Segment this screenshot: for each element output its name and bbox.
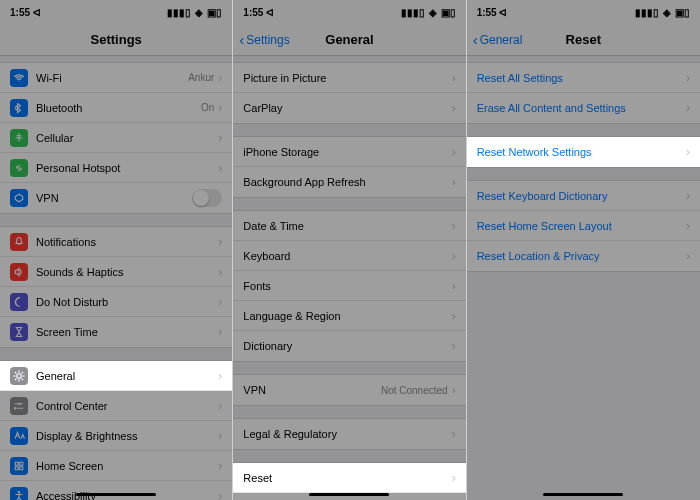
list-item[interactable]: Keyboard› [233, 241, 465, 271]
list-item[interactable]: Cellular› [0, 123, 232, 153]
list-item[interactable]: Reset Location & Privacy› [467, 241, 700, 271]
list-item[interactable]: Legal & Regulatory› [233, 419, 465, 449]
switches-icon [10, 397, 28, 415]
bluetooth-icon [10, 99, 28, 117]
wifi-status-icon: ◈ [195, 7, 203, 18]
wifi-status-icon: ◈ [429, 7, 437, 18]
list-item[interactable]: Personal Hotspot› [0, 153, 232, 183]
settings-group: Reset All Settings›Erase All Content and… [467, 62, 700, 124]
back-label: Settings [246, 33, 289, 47]
wifi-status-icon: ◈ [663, 7, 671, 18]
list-item[interactable]: General› [0, 361, 232, 391]
status-time: 1:55 ᐊ [243, 7, 274, 18]
home-indicator[interactable] [543, 493, 623, 496]
cell-label: Sounds & Haptics [36, 266, 218, 278]
back-button[interactable]: ‹ General [473, 32, 523, 47]
cell-label: Reset Network Settings [477, 146, 686, 158]
list-item[interactable]: Date & Time› [233, 211, 465, 241]
signal-icon: ▮▮▮▯ [635, 7, 659, 18]
antenna-icon [10, 129, 28, 147]
status-bar: 1:55 ᐊ ▮▮▮▯ ◈ ▣▯ [233, 0, 465, 24]
settings-group: VPNNot Connected› [233, 374, 465, 406]
home-indicator[interactable] [309, 493, 389, 496]
chevron-right-icon: › [686, 249, 690, 263]
cell-label: Cellular [36, 132, 218, 144]
list-item[interactable]: Reset Home Screen Layout› [467, 211, 700, 241]
list-item[interactable]: iPhone Storage› [233, 137, 465, 167]
chevron-right-icon: › [218, 71, 222, 85]
cell-label: Fonts [243, 280, 451, 292]
back-button[interactable]: ‹ Settings [239, 32, 289, 47]
nav-bar: ‹ General Reset [467, 24, 700, 56]
settings-group: Reset Keyboard Dictionary›Reset Home Scr… [467, 180, 700, 272]
text-size-icon [10, 427, 28, 445]
list-item[interactable]: Reset Keyboard Dictionary› [467, 181, 700, 211]
cell-label: Reset Home Screen Layout [477, 220, 686, 232]
cell-label: Keyboard [243, 250, 451, 262]
status-bar: 1:55 ᐊ ▮▮▮▯ ◈ ▣▯ [467, 0, 700, 24]
list-item[interactable]: VPNNot Connected› [233, 375, 465, 405]
chevron-right-icon: › [686, 71, 690, 85]
reset-list[interactable]: Reset All Settings›Erase All Content and… [467, 56, 700, 500]
link-icon [10, 159, 28, 177]
list-item[interactable]: Dictionary› [233, 331, 465, 361]
list-item[interactable]: Language & Region› [233, 301, 465, 331]
list-item[interactable]: Screen Time› [0, 317, 232, 347]
three-screen-tutorial: 1:55 ᐊ ▮▮▮▯ ◈ ▣▯ Settings Wi-FiAnkur›Blu… [0, 0, 700, 500]
chevron-right-icon: › [452, 219, 456, 233]
chevron-right-icon: › [452, 175, 456, 189]
accessibility-icon [10, 487, 28, 501]
cell-label: Screen Time [36, 326, 218, 338]
status-icons: ▮▮▮▯ ◈ ▣▯ [167, 7, 222, 18]
chevron-right-icon: › [452, 145, 456, 159]
status-bar: 1:55 ᐊ ▮▮▮▯ ◈ ▣▯ [0, 0, 232, 24]
list-item[interactable]: VPN [0, 183, 232, 213]
chevron-right-icon: › [218, 399, 222, 413]
chevron-right-icon: › [452, 427, 456, 441]
cell-label: VPN [36, 192, 192, 204]
cell-label: Home Screen [36, 460, 218, 472]
chevron-right-icon: › [452, 249, 456, 263]
cell-label: Do Not Disturb [36, 296, 218, 308]
list-item[interactable]: Erase All Content and Settings› [467, 93, 700, 123]
page-title: Reset [566, 32, 601, 47]
cell-label: CarPlay [243, 102, 451, 114]
chevron-right-icon: › [218, 459, 222, 473]
hourglass-icon [10, 323, 28, 341]
list-item[interactable]: Do Not Disturb› [0, 287, 232, 317]
chevron-right-icon: › [218, 235, 222, 249]
home-indicator[interactable] [76, 493, 156, 496]
toggle-switch[interactable] [192, 189, 222, 207]
settings-group: Legal & Regulatory› [233, 418, 465, 450]
speaker-icon [10, 263, 28, 281]
chevron-right-icon: › [452, 71, 456, 85]
list-item[interactable]: Reset› [233, 463, 465, 493]
list-item[interactable]: Background App Refresh› [233, 167, 465, 197]
list-item[interactable]: Reset All Settings› [467, 63, 700, 93]
list-item[interactable]: Home Screen› [0, 451, 232, 481]
list-item[interactable]: Wi-FiAnkur› [0, 63, 232, 93]
settings-group: Date & Time›Keyboard›Fonts›Language & Re… [233, 210, 465, 362]
status-icons: ▮▮▮▯ ◈ ▣▯ [401, 7, 456, 18]
list-item[interactable]: Display & Brightness› [0, 421, 232, 451]
cell-value: On [201, 102, 214, 113]
list-item[interactable]: BluetoothOn› [0, 93, 232, 123]
list-item[interactable]: CarPlay› [233, 93, 465, 123]
list-item[interactable]: Fonts› [233, 271, 465, 301]
chevron-right-icon: › [686, 219, 690, 233]
page-title: Settings [91, 32, 142, 47]
chevron-right-icon: › [218, 131, 222, 145]
cell-label: Notifications [36, 236, 218, 248]
list-item[interactable]: Reset Network Settings› [467, 137, 700, 167]
chevron-right-icon: › [686, 101, 690, 115]
list-item[interactable]: Notifications› [0, 227, 232, 257]
general-list[interactable]: Picture in Picture›CarPlay›iPhone Storag… [233, 56, 465, 500]
list-item[interactable]: Accessibility› [0, 481, 232, 500]
settings-group: Reset Network Settings› [467, 136, 700, 168]
settings-list[interactable]: Wi-FiAnkur›BluetoothOn›Cellular›Personal… [0, 56, 232, 500]
list-item[interactable]: Sounds & Haptics› [0, 257, 232, 287]
list-item[interactable]: Picture in Picture› [233, 63, 465, 93]
list-item[interactable]: Control Center› [0, 391, 232, 421]
chevron-right-icon: › [218, 265, 222, 279]
chevron-right-icon: › [218, 325, 222, 339]
